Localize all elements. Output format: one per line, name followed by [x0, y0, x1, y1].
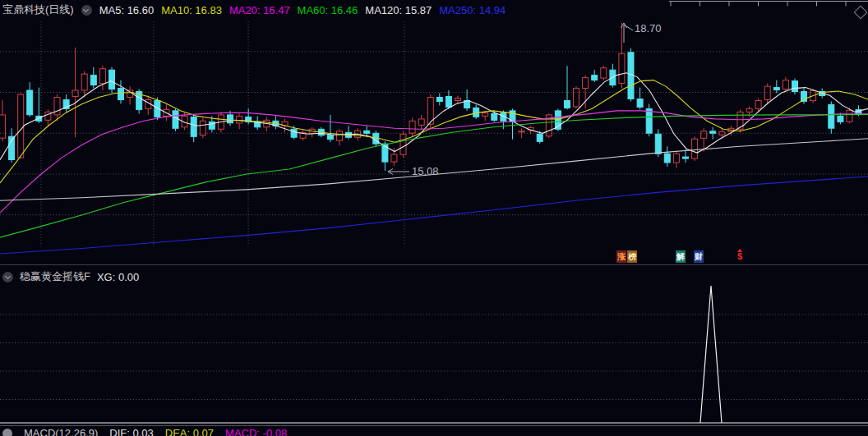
sub-indicator-header: 稳赢黄金摇钱F XG: 0.00	[2, 269, 139, 284]
badge-jie[interactable]: 解	[676, 250, 686, 263]
stock-title: 宝鼎科技(日线)	[2, 2, 74, 17]
dea-value: DEA: 0.07	[165, 427, 214, 436]
ma20-value: MA20: 16.47	[229, 4, 290, 16]
ma250-value: MA250: 14.94	[439, 4, 506, 16]
stock-chart-window: { "header": { "title": "宝鼎科技(日线)", "indi…	[0, 0, 868, 436]
macd-name: MACD(12,26,9)	[24, 427, 98, 436]
chart-header: 宝鼎科技(日线) MA5: 16.60 MA10: 16.83 MA20: 16…	[0, 0, 868, 20]
sub-indicator-name: 稳赢黄金摇钱F	[20, 269, 90, 284]
macd-indicator-header: MACD(12,26,9) DIF: 0.03 DEA: 0.07 MACD: …	[2, 427, 287, 436]
macd-value: MACD: -0.08	[225, 427, 287, 436]
ma120-value: MA120: 15.87	[365, 4, 432, 16]
high-price-annotation: 18.70	[635, 22, 662, 34]
price-chart-canvas[interactable]	[0, 0, 868, 436]
dollar-text: $	[737, 251, 742, 261]
chevron-down-circle-icon[interactable]	[81, 5, 92, 16]
collapse-circle-icon[interactable]	[2, 429, 12, 436]
low-price-annotation: 15.08	[412, 165, 439, 177]
badge-bang[interactable]: 榜	[627, 250, 637, 263]
ma5-value: MA5: 16.60	[99, 4, 155, 16]
panel-separator-sub	[0, 425, 868, 426]
chevron-down-circle-icon[interactable]	[2, 272, 13, 282]
badge-zhang[interactable]: 涨	[616, 250, 626, 263]
ma60-value: MA60: 16.46	[298, 4, 358, 16]
panel-separator-main	[0, 264, 868, 265]
badge-dollar[interactable]: $	[734, 249, 746, 261]
ma10-value: MA10: 16.83	[161, 4, 222, 16]
dif-value: DIF: 0.03	[109, 427, 153, 436]
badge-cai[interactable]: 财	[694, 250, 704, 263]
xg-value: XG: 0.00	[97, 271, 139, 283]
